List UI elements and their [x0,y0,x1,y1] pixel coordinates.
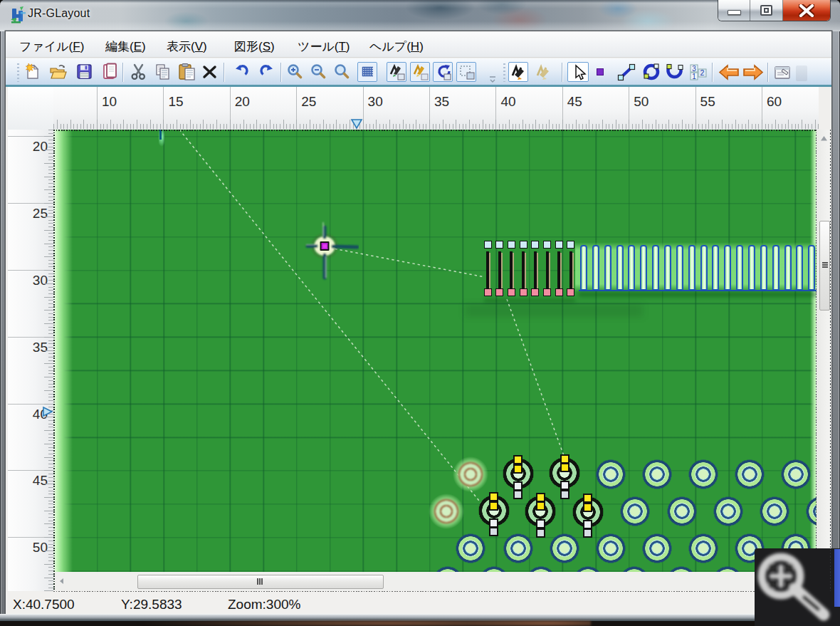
svg-text:1: 1 [692,73,696,80]
svg-text:3: 3 [692,65,696,73]
svg-text:2: 2 [700,68,705,77]
